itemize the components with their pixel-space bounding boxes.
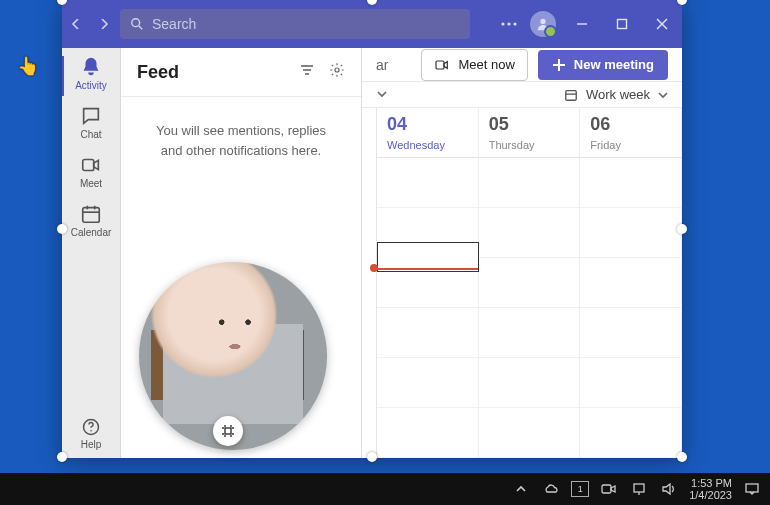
rail-calendar[interactable]: Calendar [71, 203, 112, 238]
taskbar-clock[interactable]: 1:53 PM 1/4/2023 [689, 477, 732, 501]
selection-handle[interactable] [57, 452, 67, 462]
titlebar: Search [62, 0, 682, 48]
rail-label: Calendar [71, 227, 112, 238]
calendar-grid[interactable]: 04Wednesday05Thursday06Friday [362, 108, 682, 458]
calendar-cell[interactable] [377, 358, 479, 408]
calendar-cell[interactable] [479, 258, 581, 308]
rail-help[interactable]: Help [81, 417, 102, 450]
day-header[interactable]: 04Wednesday [377, 108, 479, 158]
calendar-cell[interactable] [580, 258, 682, 308]
search-icon [130, 17, 144, 31]
svg-point-3 [507, 22, 510, 25]
tray-overflow-icon[interactable] [511, 479, 531, 499]
svg-rect-30 [746, 484, 758, 492]
taskbar[interactable]: 1 1:53 PM 1/4/2023 [0, 473, 770, 505]
selection-handle[interactable] [57, 224, 67, 234]
svg-point-5 [540, 19, 545, 24]
teams-window: Search Activity Chat Meet [62, 0, 682, 458]
day-number: 05 [489, 114, 570, 135]
selection-handle[interactable] [677, 0, 687, 5]
rail-label: Meet [80, 178, 102, 189]
calendar-cell[interactable] [479, 408, 581, 458]
maximize-button[interactable] [602, 0, 642, 48]
svg-rect-10 [83, 160, 94, 171]
search-input[interactable]: Search [120, 9, 470, 39]
more-button[interactable] [494, 0, 524, 48]
cursor-icon: 👆 [17, 55, 39, 77]
rail-label: Help [81, 439, 102, 450]
svg-rect-22 [436, 61, 444, 69]
language-icon[interactable]: 1 [571, 481, 589, 497]
svg-rect-28 [634, 484, 644, 492]
svg-rect-27 [602, 485, 611, 493]
svg-point-4 [513, 22, 516, 25]
selection-handle[interactable] [677, 452, 687, 462]
day-number: 06 [590, 114, 671, 135]
svg-rect-7 [618, 20, 627, 29]
rail-meet[interactable]: Meet [80, 154, 102, 189]
forward-button[interactable] [90, 0, 118, 48]
calendar-cell[interactable] [479, 308, 581, 358]
window-controls [562, 0, 682, 48]
svg-point-20 [335, 68, 339, 72]
feed-empty-message: You will see mentions, replies and other… [121, 97, 361, 184]
filter-icon[interactable] [299, 62, 315, 82]
selection-handle[interactable] [677, 224, 687, 234]
day-number: 04 [387, 114, 468, 135]
back-button[interactable] [62, 0, 90, 48]
account-avatar[interactable] [530, 11, 556, 37]
new-meeting-button[interactable]: New meeting [538, 50, 668, 80]
day-name: Thursday [489, 139, 535, 151]
calendar-cell[interactable] [580, 358, 682, 408]
rail-label: Activity [75, 80, 107, 91]
app-rail: Activity Chat Meet Calendar Help [62, 48, 121, 458]
calendar-cell[interactable] [580, 208, 682, 258]
calendar-panel: ar Meet now New meeting Work week [362, 48, 682, 458]
calendar-cell[interactable] [377, 408, 479, 458]
day-name: Friday [590, 139, 621, 151]
calendar-cell[interactable] [377, 308, 479, 358]
search-placeholder: Search [152, 16, 196, 32]
background-effects-button[interactable] [213, 416, 243, 446]
day-header[interactable]: 05Thursday [479, 108, 581, 158]
svg-point-0 [132, 19, 140, 27]
calendar-cell[interactable] [479, 208, 581, 258]
feed-title: Feed [137, 62, 179, 83]
svg-rect-21 [225, 428, 231, 434]
rail-activity[interactable]: Activity [75, 56, 107, 91]
plus-icon [552, 58, 566, 72]
selection-handle[interactable] [367, 452, 377, 462]
current-time-line [374, 268, 478, 270]
network-icon[interactable] [629, 479, 649, 499]
svg-line-1 [139, 26, 142, 29]
day-header[interactable]: 06Friday [580, 108, 682, 158]
rail-label: Chat [80, 129, 101, 140]
calendar-cell[interactable] [580, 158, 682, 208]
view-selector[interactable]: Work week [564, 87, 668, 102]
day-name: Wednesday [387, 139, 445, 151]
calendar-cell[interactable] [479, 358, 581, 408]
rail-chat[interactable]: Chat [80, 105, 102, 140]
settings-icon[interactable] [329, 62, 345, 82]
calendar-icon [564, 88, 578, 102]
close-button[interactable] [642, 0, 682, 48]
video-icon [434, 57, 450, 73]
feed-panel: Feed You will see mentions, replies and … [121, 48, 362, 458]
calendar-cell[interactable] [580, 308, 682, 358]
svg-point-16 [90, 430, 92, 432]
minimize-button[interactable] [562, 0, 602, 48]
meet-now-button[interactable]: Meet now [421, 49, 527, 81]
onedrive-icon[interactable] [541, 479, 561, 499]
calendar-cell[interactable] [479, 158, 581, 208]
svg-rect-11 [83, 208, 100, 223]
svg-rect-25 [566, 90, 577, 100]
calendar-cell[interactable] [377, 158, 479, 208]
calendar-header-truncated: ar [376, 57, 388, 73]
svg-point-2 [501, 22, 504, 25]
current-time-dot [370, 264, 378, 272]
notifications-icon[interactable] [742, 479, 762, 499]
meet-now-tray-icon[interactable] [599, 479, 619, 499]
expand-timecol-button[interactable] [376, 86, 388, 104]
volume-icon[interactable] [659, 479, 679, 499]
calendar-cell[interactable] [580, 408, 682, 458]
